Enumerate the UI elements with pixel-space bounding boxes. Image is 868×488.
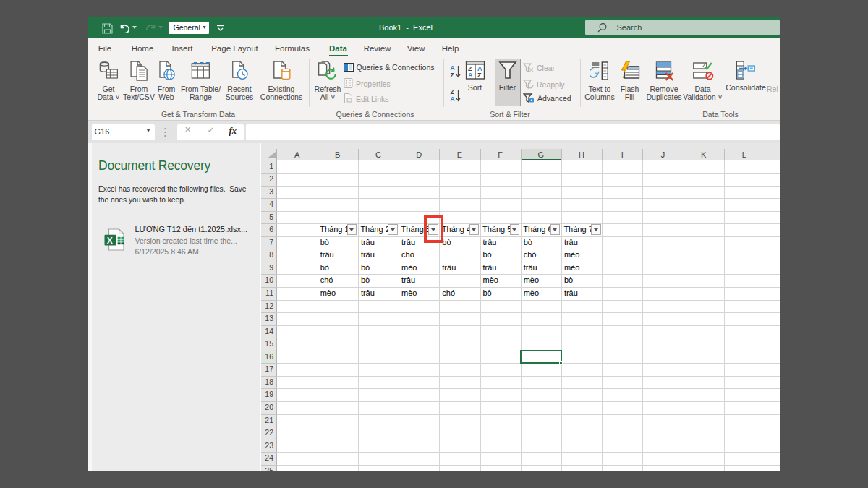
svg-text:Z: Z (451, 88, 454, 95)
svg-text:X: X (107, 235, 113, 245)
svg-text:Z: Z (477, 72, 482, 79)
svg-text:A: A (468, 72, 473, 79)
svg-text:A: A (451, 64, 455, 72)
svg-text:Z: Z (451, 71, 454, 78)
svg-text:A: A (451, 95, 455, 102)
